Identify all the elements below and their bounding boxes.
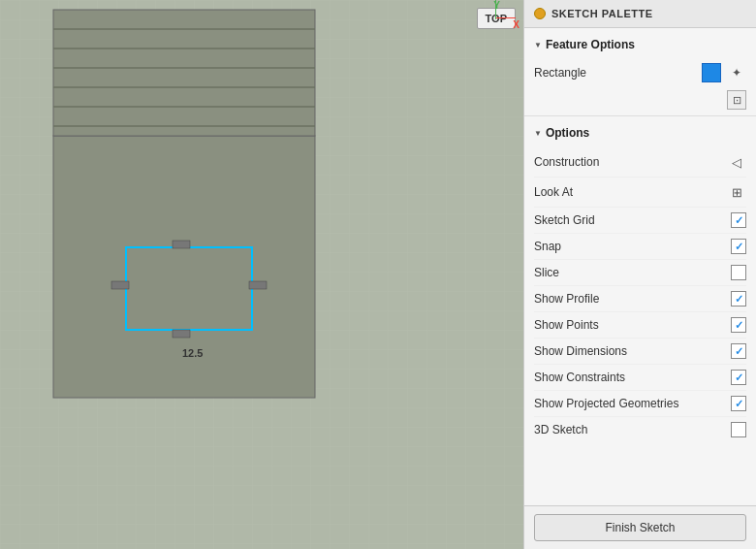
snap-label: Snap [534, 240, 561, 253]
svg-rect-13 [249, 281, 267, 289]
show-profile-label: Show Profile [534, 292, 599, 306]
color-swatch[interactable] [702, 63, 721, 82]
sketch-grid-label: Sketch Grid [534, 213, 595, 227]
snap-checkbox[interactable] [731, 239, 746, 254]
show-constraints-label: Show Constraints [534, 371, 625, 384]
svg-text:12.5: 12.5 [182, 347, 203, 359]
rectangle-row: Rectangle ✦ [534, 59, 746, 86]
x-axis-label: X [513, 19, 520, 30]
feature-options-section: ▼ Feature Options Rectangle ✦ ⊡ [524, 28, 756, 116]
rectangle-controls: ✦ [702, 63, 746, 82]
construction-label: Construction [534, 155, 599, 169]
palette-icon [534, 8, 546, 19]
rectangle-label: Rectangle [534, 66, 586, 80]
sketch-grid-checkbox[interactable] [731, 212, 746, 228]
show-points-checkbox[interactable] [731, 317, 746, 333]
option-row-sketch-grid: Sketch Grid [534, 208, 746, 234]
option-row-show-dimensions: Show Dimensions [534, 339, 746, 365]
show-projected-checkbox[interactable] [731, 396, 746, 411]
option-row-construction: Construction ◁ [534, 147, 746, 178]
options-section: ▼ Options Construction ◁ Look At ⊞ Sketc… [524, 116, 756, 505]
feature-options-triangle: ▼ [534, 41, 542, 49]
option-row-slice: Slice [534, 260, 746, 286]
show-dimensions-label: Show Dimensions [534, 344, 627, 358]
options-title: Options [546, 126, 589, 140]
look-at-icon[interactable]: ⊞ [727, 182, 746, 202]
sketch-palette-panel: SKETCH PALETTE ▼ Feature Options Rectang… [523, 0, 756, 549]
look-at-label: Look At [534, 185, 573, 199]
show-points-label: Show Points [534, 318, 599, 332]
show-dimensions-checkbox[interactable] [731, 343, 746, 359]
option-row-show-profile: Show Profile [534, 286, 746, 312]
3d-sketch-canvas: 12.5 [0, 0, 523, 549]
3d-sketch-checkbox[interactable] [731, 422, 746, 437]
x-axis [496, 17, 516, 18]
options-header[interactable]: ▼ Options [534, 126, 746, 140]
show-profile-checkbox[interactable] [731, 291, 746, 307]
finish-sketch-button[interactable]: Finish Sketch [534, 514, 746, 541]
3d-sketch-label: 3D Sketch [534, 423, 587, 436]
option-row-snap: Snap [534, 234, 746, 260]
options-triangle: ▼ [534, 129, 542, 138]
feature-options-title: Feature Options [546, 38, 635, 51]
svg-rect-12 [111, 281, 129, 289]
viewport[interactable]: 12.5 TOP Y X [0, 0, 523, 549]
sparkle-icon[interactable]: ✦ [727, 63, 746, 82]
feature-options-header[interactable]: ▼ Feature Options [534, 38, 746, 51]
construction-icon[interactable]: ◁ [727, 152, 746, 172]
y-axis [495, 0, 496, 19]
finish-button-container: Finish Sketch [524, 505, 756, 549]
option-row-look-at: Look At ⊞ [534, 178, 746, 208]
svg-rect-10 [173, 241, 190, 248]
option-row-show-projected: Show Projected Geometries [534, 391, 746, 417]
show-constraints-checkbox[interactable] [731, 370, 746, 385]
option-row-show-constraints: Show Constraints [534, 365, 746, 391]
option-row-show-points: Show Points [534, 312, 746, 339]
slice-checkbox[interactable] [731, 265, 746, 280]
rect-icon[interactable]: ⊡ [727, 90, 746, 110]
svg-rect-11 [173, 330, 190, 338]
sketch-palette-header[interactable]: SKETCH PALETTE [524, 0, 756, 28]
slice-label: Slice [534, 266, 559, 279]
option-row-3d-sketch: 3D Sketch [534, 417, 746, 442]
show-projected-label: Show Projected Geometries [534, 397, 678, 410]
palette-title: SKETCH PALETTE [551, 8, 653, 19]
